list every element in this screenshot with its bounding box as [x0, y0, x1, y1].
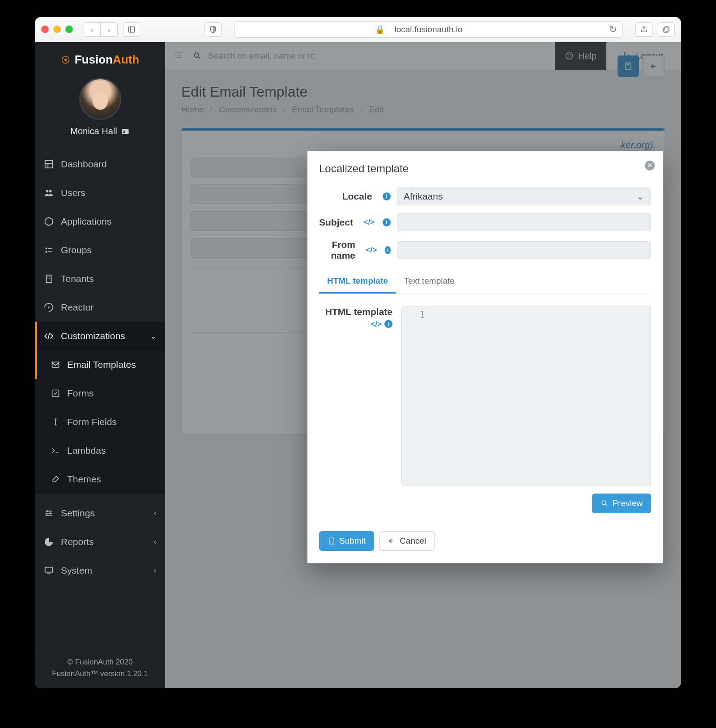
nav-buttons: ‹ › [84, 22, 118, 37]
check-icon [51, 389, 60, 398]
shield-button[interactable] [205, 22, 222, 37]
sidebar: FusionAuth Monica Hall Dashboard Users A… [35, 42, 165, 688]
code-icon[interactable]: </> [366, 246, 377, 255]
svg-rect-17 [46, 251, 47, 253]
reload-icon[interactable]: ↻ [609, 24, 617, 35]
shield-icon [209, 26, 217, 34]
nav-settings[interactable]: Settings‹ [35, 499, 165, 528]
info-icon[interactable]: i [383, 218, 391, 226]
info-icon[interactable]: i [385, 246, 391, 254]
address-bar[interactable]: 🔒 local.fusionauth.io ↻ [234, 21, 623, 38]
tabs: HTML template Text template [319, 270, 651, 294]
row-from: From name </> i [319, 239, 651, 261]
dashboard-icon [44, 159, 54, 169]
back-button[interactable]: ‹ [84, 22, 101, 37]
users-icon [44, 188, 54, 198]
close-button[interactable]: ✕ [645, 161, 655, 170]
subnav-forms[interactable]: Forms [35, 379, 165, 408]
nav-reports[interactable]: Reports‹ [35, 528, 165, 556]
minimize-icon[interactable] [53, 26, 61, 33]
brand-logo-icon [61, 55, 70, 64]
nav-customizations[interactable]: Customizations⌄ [35, 322, 165, 350]
locale-select[interactable]: Afrikaans ⌄ [397, 187, 651, 205]
chevron-left-icon: ‹ [154, 509, 156, 517]
brand-text-b: Auth [113, 53, 139, 66]
subnav-lambdas[interactable]: Lambdas [35, 436, 165, 465]
code-editor[interactable]: 1 [401, 307, 651, 485]
browser-window: ‹ › 🔒 local.fusionauth.io ↻ + FusionAuth [35, 17, 681, 688]
nav-label: Customizations [61, 331, 125, 341]
svg-point-9 [124, 130, 125, 132]
groups-icon [44, 245, 54, 255]
nav-tenants[interactable]: Tenants [35, 264, 165, 293]
from-input[interactable] [397, 241, 651, 259]
preview-row: Preview [319, 494, 651, 513]
nav-label: Reports [61, 536, 94, 547]
pie-icon [44, 537, 54, 547]
code-icon[interactable]: </> [371, 320, 382, 329]
nav-applications[interactable]: Applications [35, 207, 165, 236]
maximize-icon[interactable] [65, 26, 73, 33]
svg-rect-22 [49, 277, 50, 277]
avatar[interactable] [79, 78, 121, 120]
sidebar-toggle-button[interactable] [123, 22, 140, 37]
info-icon[interactable]: i [384, 320, 392, 328]
info-icon[interactable]: i [383, 192, 391, 200]
subnav-label: Lambdas [67, 445, 106, 456]
share-button[interactable] [635, 22, 652, 37]
svg-point-25 [48, 307, 50, 308]
svg-rect-11 [45, 161, 53, 168]
nav-dashboard[interactable]: Dashboard [35, 150, 165, 179]
tab-text-template[interactable]: Text template [396, 270, 463, 294]
code-area[interactable] [430, 307, 651, 485]
svg-point-34 [46, 515, 48, 516]
username: Monica Hall [70, 126, 129, 136]
locale-value: Afrikaans [404, 191, 443, 202]
titlebar: ‹ › 🔒 local.fusionauth.io ↻ [35, 17, 681, 42]
nav-reactor[interactable]: Reactor [35, 293, 165, 322]
reactor-icon [44, 302, 54, 312]
sidebar-footer: © FusionAuth 2020 FusionAuth™ version 1.… [35, 650, 165, 688]
preview-button[interactable]: Preview [592, 494, 651, 513]
svg-point-7 [68, 60, 69, 62]
locale-label: Locale [342, 191, 372, 202]
forward-button[interactable]: › [101, 22, 118, 37]
nav-users[interactable]: Users [35, 179, 165, 207]
nav-system[interactable]: System‹ [35, 556, 165, 585]
svg-rect-2 [665, 27, 669, 31]
tabs-icon [662, 26, 670, 34]
tab-html-template[interactable]: HTML template [319, 270, 396, 294]
subject-input[interactable] [397, 213, 651, 231]
subnav-label: Forms [67, 388, 94, 399]
search-icon [601, 499, 609, 507]
subject-label: Subject [319, 217, 353, 228]
code-icon[interactable]: </> [364, 218, 375, 227]
preview-label: Preview [612, 498, 643, 508]
lock-icon: 🔒 [375, 25, 385, 34]
svg-rect-24 [49, 278, 50, 279]
envelope-icon [51, 360, 60, 369]
svg-point-33 [50, 512, 51, 514]
subnav-email-templates[interactable]: Email Templates [35, 350, 165, 379]
from-label: From name [319, 239, 355, 261]
submit-button[interactable]: Submit [319, 531, 374, 551]
subnav-themes[interactable]: Themes [35, 465, 165, 494]
tenants-icon [44, 274, 54, 284]
undo-icon [388, 537, 396, 545]
save-icon [328, 537, 336, 545]
chevron-left-icon: ‹ [154, 566, 156, 575]
svg-rect-26 [52, 362, 59, 367]
nav: Dashboard Users Applications Groups Tena… [35, 150, 165, 350]
profile: Monica Hall [35, 72, 165, 145]
nav2: Settings‹ Reports‹ System‹ [35, 499, 165, 585]
close-icon[interactable] [41, 26, 49, 33]
monitor-icon [44, 566, 54, 575]
cancel-button[interactable]: Cancel [379, 531, 435, 551]
tabs-button[interactable] [658, 22, 675, 37]
svg-rect-20 [47, 275, 51, 283]
brand: FusionAuth [35, 42, 165, 72]
subnav-form-fields[interactable]: Form Fields [35, 408, 165, 436]
svg-rect-27 [52, 390, 59, 397]
cancel-label: Cancel [400, 536, 426, 546]
nav-groups[interactable]: Groups [35, 236, 165, 264]
